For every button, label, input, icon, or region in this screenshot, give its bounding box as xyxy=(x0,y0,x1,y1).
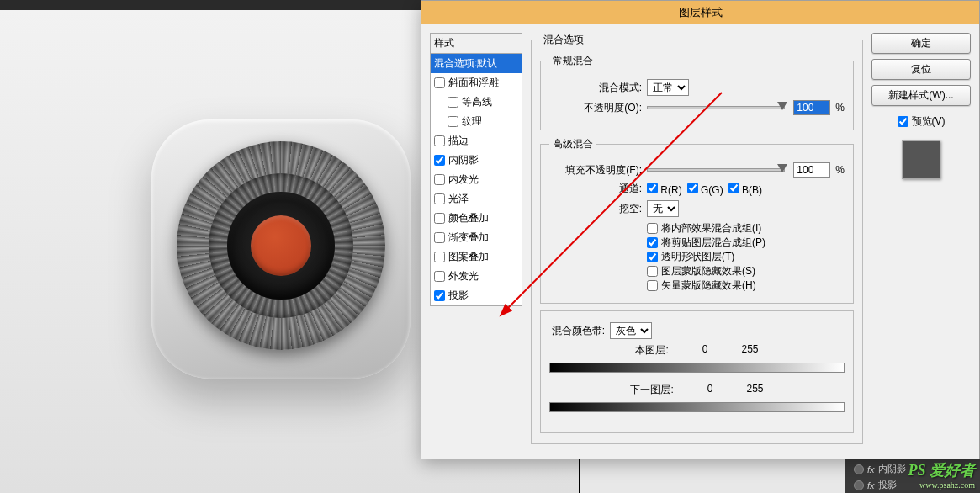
fill-label: 填充不透明度(F): xyxy=(549,163,642,178)
style-label: 混合选项:默认 xyxy=(434,56,497,71)
style-label: 斜面和浮雕 xyxy=(448,76,499,90)
style-row[interactable]: 图案叠加 xyxy=(431,247,522,267)
style-label: 投影 xyxy=(448,289,469,303)
style-label: 内阴影 xyxy=(448,153,479,167)
styles-list: 混合选项:默认斜面和浮雕等高线纹理描边内阴影内发光光泽颜色叠加渐变叠加图案叠加外… xyxy=(430,53,522,306)
style-checkbox[interactable] xyxy=(434,77,445,88)
style-label: 颜色叠加 xyxy=(448,211,489,225)
style-row[interactable]: 纹理 xyxy=(431,112,522,131)
preview-swatch xyxy=(902,140,940,179)
style-checkbox[interactable] xyxy=(434,174,445,185)
disc-red xyxy=(251,215,311,276)
style-label: 描边 xyxy=(448,134,469,148)
blending-options-group: 混合选项 常规混合 混合模式: 正常 不透明度(O): 10 xyxy=(531,33,863,444)
style-label: 内发光 xyxy=(448,172,479,187)
layer-style-dialog: 图层样式 样式 混合选项:默认斜面和浮雕等高线纹理描边内阴影内发光光泽颜色叠加渐… xyxy=(421,0,980,459)
style-row[interactable]: 外发光 xyxy=(431,267,522,286)
opacity-slider[interactable] xyxy=(647,106,785,109)
this-layer-gradient[interactable] xyxy=(549,363,845,373)
style-checkbox[interactable] xyxy=(434,193,445,204)
channel-r[interactable]: R(R) xyxy=(647,183,682,196)
opacity-label: 不透明度(O): xyxy=(549,101,642,115)
advanced-blend-group: 高级混合 填充不透明度(F): 100 % 通道: R(R) G(G) B(B xyxy=(540,137,854,304)
under-layer-gradient[interactable] xyxy=(549,402,845,412)
style-label: 渐变叠加 xyxy=(448,231,489,245)
style-row[interactable]: 光泽 xyxy=(431,189,522,209)
general-blend-group: 常规混合 混合模式: 正常 不透明度(O): 100 % xyxy=(540,54,854,130)
style-checkbox[interactable] xyxy=(434,155,445,166)
options-panel: 混合选项 常规混合 混合模式: 正常 不透明度(O): 10 xyxy=(531,33,863,450)
channels-label: 通道: xyxy=(549,182,642,196)
style-row[interactable]: 斜面和浮雕 xyxy=(431,73,522,93)
cb-clip-group[interactable] xyxy=(647,237,658,248)
style-row[interactable]: 渐变叠加 xyxy=(431,228,522,247)
cb-trans-shape[interactable] xyxy=(647,252,658,262)
style-checkbox[interactable] xyxy=(434,213,445,224)
fx-icon: fx xyxy=(867,464,875,474)
style-row[interactable]: 投影 xyxy=(431,286,522,305)
blendif-channel[interactable]: 灰色 xyxy=(610,322,652,339)
style-checkbox[interactable] xyxy=(434,271,445,282)
blendif-label: 混合颜色带: xyxy=(549,324,605,338)
styles-header: 样式 xyxy=(430,33,522,53)
style-checkbox[interactable] xyxy=(434,290,445,301)
styles-panel: 样式 混合选项:默认斜面和浮雕等高线纹理描边内阴影内发光光泽颜色叠加渐变叠加图案… xyxy=(430,33,522,450)
preview-checkbox[interactable]: 预览(V) xyxy=(871,114,971,129)
knockout-select[interactable]: 无 xyxy=(647,200,679,217)
channel-b[interactable]: B(B) xyxy=(728,183,762,196)
pct: % xyxy=(835,164,845,176)
cb-mask-hide[interactable] xyxy=(647,266,658,277)
style-label: 纹理 xyxy=(462,114,482,129)
watermark: PS 爱好者 www.psahz.com xyxy=(908,460,975,490)
style-label: 外发光 xyxy=(448,269,479,284)
style-row[interactable]: 等高线 xyxy=(431,93,522,112)
blend-mode-label: 混合模式: xyxy=(549,81,642,95)
style-row[interactable]: 混合选项:默认 xyxy=(431,54,522,73)
under-layer-label: 下一图层: xyxy=(630,383,673,397)
cb-vector-hide[interactable] xyxy=(647,280,658,291)
opacity-value[interactable]: 100 xyxy=(793,100,830,115)
style-row[interactable]: 内发光 xyxy=(431,170,522,189)
pct: % xyxy=(835,102,845,114)
style-label: 光泽 xyxy=(448,192,469,206)
advanced-blend-legend: 高级混合 xyxy=(549,137,596,151)
this-layer-label: 本图层: xyxy=(635,343,668,358)
visibility-icon[interactable] xyxy=(854,464,864,474)
style-checkbox[interactable] xyxy=(448,97,458,108)
style-row[interactable]: 颜色叠加 xyxy=(431,209,522,228)
dialog-title[interactable]: 图层样式 xyxy=(421,1,979,24)
channel-g[interactable]: G(G) xyxy=(687,183,723,196)
general-blend-legend: 常规混合 xyxy=(549,54,596,68)
blending-options-legend: 混合选项 xyxy=(540,33,587,47)
knockout-label: 挖空: xyxy=(549,202,642,216)
cb-inner-group[interactable] xyxy=(647,223,658,234)
fx-icon: fx xyxy=(867,480,875,490)
style-checkbox[interactable] xyxy=(434,232,445,243)
cancel-button[interactable]: 复位 xyxy=(871,59,971,80)
style-row[interactable]: 描边 xyxy=(431,131,522,151)
style-label: 图案叠加 xyxy=(448,250,489,264)
style-checkbox[interactable] xyxy=(448,116,458,127)
style-checkbox[interactable] xyxy=(434,135,445,146)
fill-slider[interactable] xyxy=(647,168,785,172)
dialog-buttons: 确定 复位 新建样式(W)... 预览(V) xyxy=(871,33,971,450)
new-style-button[interactable]: 新建样式(W)... xyxy=(871,85,971,106)
style-row[interactable]: 内阴影 xyxy=(431,151,522,170)
style-label: 等高线 xyxy=(462,95,492,109)
blendif-group: 混合颜色带: 灰色 本图层: 0 255 下一图层: 0 255 xyxy=(540,310,854,433)
ok-button[interactable]: 确定 xyxy=(871,33,971,54)
blend-mode-select[interactable]: 正常 xyxy=(647,79,689,96)
style-checkbox[interactable] xyxy=(434,252,445,262)
visibility-icon[interactable] xyxy=(854,480,864,490)
fill-value[interactable]: 100 xyxy=(793,162,830,178)
